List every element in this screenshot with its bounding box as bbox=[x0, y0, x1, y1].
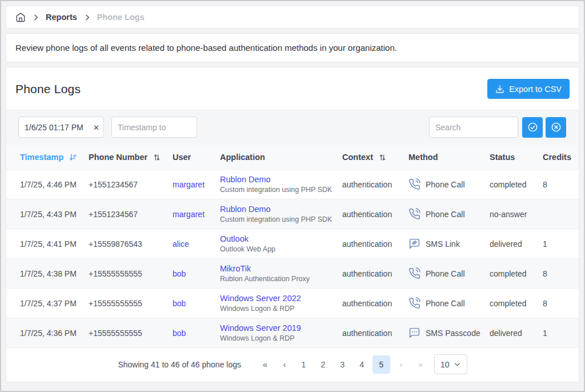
export-csv-button[interactable]: Export to CSV bbox=[487, 79, 570, 99]
cell-context: authentication bbox=[342, 289, 408, 318]
first-page-button[interactable]: « bbox=[256, 355, 274, 374]
application-link[interactable]: Rublon Demo bbox=[220, 175, 271, 184]
cell-credits: 8 bbox=[543, 259, 579, 289]
page-button-1[interactable]: 1 bbox=[295, 355, 312, 374]
clear-timestamp-icon[interactable]: ✕ bbox=[93, 123, 99, 131]
cell-method: Phone Call bbox=[408, 259, 490, 289]
phone-logs-panel: Phone Logs Export to CSV ✕ bbox=[6, 67, 579, 382]
application-subtitle: Windows Logon & RDP bbox=[220, 334, 338, 342]
clear-filters-button[interactable] bbox=[546, 117, 566, 138]
panel-header: Phone Logs Export to CSV bbox=[6, 67, 579, 110]
cell-method: Phone Call bbox=[408, 170, 490, 199]
pager: « ‹ 12345 › » 10 bbox=[256, 354, 467, 374]
application-link[interactable]: Windows Server 2019 bbox=[220, 323, 301, 333]
application-link[interactable]: Rublon Demo bbox=[220, 205, 271, 214]
cell-credits: 8 bbox=[543, 170, 579, 199]
home-icon[interactable] bbox=[15, 12, 26, 22]
cell-application: Rublon Demo Custom integration using PHP… bbox=[220, 199, 342, 229]
page-button-2[interactable]: 2 bbox=[314, 355, 332, 374]
page-button-3[interactable]: 3 bbox=[334, 355, 351, 374]
cell-phone-number: +1551234567 bbox=[89, 199, 173, 229]
header-phone-number[interactable]: Phone Number bbox=[89, 145, 173, 170]
sms-link-icon bbox=[408, 238, 420, 250]
table-row: 1/7/25, 4:43 PM +1551234567 margaret Rub… bbox=[6, 199, 579, 229]
chevron-right-icon bbox=[83, 14, 91, 21]
cell-phone-number: +15555555555 bbox=[89, 318, 173, 348]
user-link[interactable]: bob bbox=[173, 299, 186, 308]
cell-context: authentication bbox=[342, 318, 408, 348]
description-text: Review phone logs of all events related … bbox=[6, 34, 579, 62]
application-link[interactable]: Outlook bbox=[220, 234, 249, 243]
cell-context: authentication bbox=[342, 170, 408, 199]
method-label: SMS Passcode bbox=[426, 329, 480, 338]
cell-method: Phone Call bbox=[408, 289, 490, 318]
timestamp-to-input[interactable] bbox=[111, 117, 197, 138]
sort-both-icon bbox=[378, 153, 387, 162]
phone-call-icon bbox=[408, 208, 420, 220]
method-label: Phone Call bbox=[426, 180, 465, 189]
method-label: Phone Call bbox=[426, 269, 465, 278]
page-size-value: 10 bbox=[440, 360, 450, 369]
page-size-select[interactable]: 10 bbox=[434, 354, 467, 374]
breadcrumb-reports[interactable]: Reports bbox=[46, 13, 77, 22]
cell-phone-number: +15555555555 bbox=[89, 289, 173, 318]
last-page-button[interactable]: » bbox=[411, 355, 429, 374]
cell-timestamp: 1/7/25, 4:38 PM bbox=[6, 259, 89, 289]
cell-user: bob bbox=[173, 259, 220, 289]
breadcrumb-phone-logs: Phone Logs bbox=[97, 13, 145, 22]
cell-application: Windows Server 2019 Windows Logon & RDP bbox=[220, 318, 342, 348]
table-row: 1/7/25, 4:38 PM +15555555555 bob MikroTi… bbox=[6, 259, 579, 289]
cell-user: bob bbox=[173, 318, 220, 348]
header-application: Application bbox=[220, 145, 342, 170]
phone-call-icon bbox=[408, 267, 420, 279]
next-page-button[interactable]: › bbox=[392, 355, 410, 374]
application-link[interactable]: Windows Server 2022 bbox=[220, 294, 301, 303]
chevron-right-icon bbox=[32, 14, 39, 21]
table-footer: Showing 41 to 46 of 46 phone logs « ‹ 12… bbox=[6, 348, 579, 382]
cell-context: authentication bbox=[342, 229, 408, 259]
page-button-5[interactable]: 5 bbox=[372, 355, 390, 374]
timestamp-from-input[interactable] bbox=[18, 117, 104, 138]
cell-user: bob bbox=[173, 289, 220, 318]
method-label: SMS Link bbox=[426, 239, 460, 249]
cell-application: Outlook Outlook Web App bbox=[220, 229, 342, 259]
page-button-4[interactable]: 4 bbox=[353, 355, 371, 374]
application-subtitle: Windows Logon & RDP bbox=[220, 305, 338, 313]
page-title: Phone Logs bbox=[15, 82, 81, 96]
cell-status: completed bbox=[490, 289, 543, 318]
cell-status: no-answer bbox=[490, 199, 543, 229]
table-row: 1/7/25, 4:46 PM +1551234567 margaret Rub… bbox=[6, 170, 579, 199]
user-link[interactable]: alice bbox=[173, 239, 189, 249]
header-credits: Credits bbox=[543, 145, 579, 170]
cell-application: Rublon Demo Custom integration using PHP… bbox=[220, 170, 342, 199]
cell-timestamp: 1/7/25, 4:43 PM bbox=[6, 199, 89, 229]
cell-method: Phone Call bbox=[408, 199, 490, 229]
cell-phone-number: +1551234567 bbox=[89, 170, 173, 199]
application-subtitle: Outlook Web App bbox=[220, 245, 338, 253]
user-link[interactable]: bob bbox=[173, 329, 186, 338]
table-header-row: Timestamp Phone Number bbox=[6, 145, 579, 170]
previous-page-button[interactable]: ‹ bbox=[275, 355, 293, 374]
search-input[interactable] bbox=[429, 117, 518, 138]
sort-both-icon bbox=[153, 153, 161, 162]
application-link[interactable]: MikroTik bbox=[220, 264, 251, 273]
apply-filters-button[interactable] bbox=[522, 117, 543, 138]
header-timestamp[interactable]: Timestamp bbox=[6, 145, 89, 170]
cell-status: delivered bbox=[490, 318, 543, 348]
cell-user: alice bbox=[173, 229, 220, 259]
check-circle-icon bbox=[527, 122, 538, 133]
header-timestamp-label: Timestamp bbox=[20, 153, 63, 162]
user-link[interactable]: bob bbox=[173, 269, 186, 278]
header-context[interactable]: Context bbox=[342, 145, 408, 170]
user-link[interactable]: margaret bbox=[173, 210, 205, 219]
cell-phone-number: +15559876543 bbox=[89, 229, 173, 259]
table-row: 1/7/25, 4:37 PM +15555555555 bob Windows… bbox=[6, 289, 579, 318]
cell-timestamp: 1/7/25, 4:46 PM bbox=[6, 170, 89, 199]
user-link[interactable]: margaret bbox=[173, 180, 205, 189]
x-circle-icon bbox=[551, 122, 562, 133]
sort-descending-icon bbox=[69, 153, 78, 162]
cell-status: delivered bbox=[490, 229, 543, 259]
cell-timestamp: 1/7/25, 4:41 PM bbox=[6, 229, 89, 259]
application-subtitle: Custom integration using PHP SDK bbox=[220, 186, 338, 194]
cell-timestamp: 1/7/25, 4:37 PM bbox=[6, 289, 89, 318]
